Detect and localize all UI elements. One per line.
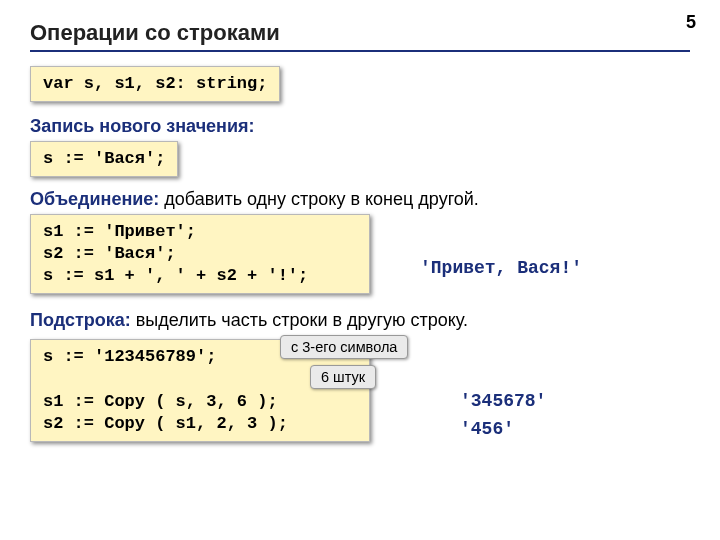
section-concat-text: добавить одну строку в конец другой.: [159, 189, 479, 209]
title-rule: [30, 50, 690, 52]
callout-from: с 3-его символа: [280, 335, 408, 359]
page-title: Операции со строками: [30, 20, 690, 46]
page-number: 5: [686, 12, 696, 33]
section-substr-label: Подстрока:: [30, 310, 131, 330]
code-assign: s := 'Вася';: [30, 141, 178, 177]
section-concat-label: Объединение:: [30, 189, 159, 209]
section-assign-label: Запись нового значения:: [30, 116, 255, 136]
code-concat: s1 := 'Привет'; s2 := 'Вася'; s := s1 + …: [30, 214, 370, 294]
code-declaration: var s, s1, s2: string;: [30, 66, 280, 102]
section-substr-text: выделить часть строки в другую строку.: [131, 310, 468, 330]
callout-count: 6 штук: [310, 365, 376, 389]
result-concat: 'Привет, Вася!': [420, 258, 582, 278]
result-substr-1: '345678': [460, 391, 546, 411]
result-substr-2: '456': [460, 419, 514, 439]
